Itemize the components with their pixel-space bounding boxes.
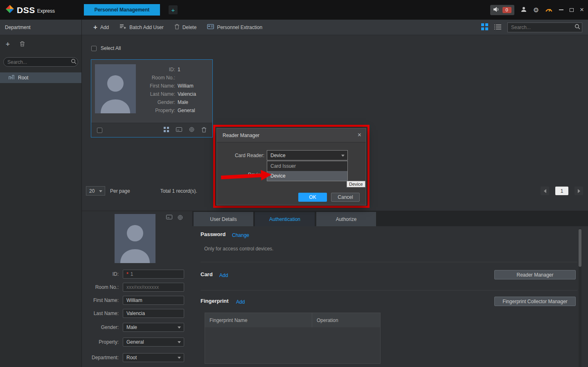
card-grid-icon[interactable]: [164, 127, 169, 133]
prev-page-button[interactable]: [541, 187, 549, 195]
property-label: Property:: [82, 339, 119, 345]
cancel-button[interactable]: Cancel: [331, 193, 360, 202]
tab-user-details[interactable]: User Details: [194, 212, 253, 226]
first-name-label: First Name:: [82, 297, 119, 303]
window-minimize-icon[interactable]: [559, 9, 563, 10]
user-account-icon[interactable]: [520, 6, 527, 14]
batch-add-user-button[interactable]: Batch Add User: [119, 24, 163, 31]
personnel-extraction-button[interactable]: Personnel Extraction: [207, 24, 262, 31]
next-arrow-icon: [578, 189, 580, 193]
password-note: Only for access control devices.: [204, 246, 273, 252]
room-no-field[interactable]: [123, 283, 184, 292]
next-page-button[interactable]: [574, 187, 583, 195]
per-page-label: Per page: [110, 188, 130, 194]
tab-authentication[interactable]: Authentication: [255, 212, 315, 226]
select-all-checkbox[interactable]: [91, 46, 97, 51]
password-section-title: Password: [201, 231, 225, 237]
fingerprint-icon[interactable]: [178, 215, 183, 221]
ok-button[interactable]: OK: [298, 193, 327, 202]
current-page-box[interactable]: 1: [555, 187, 568, 195]
search-icon[interactable]: [574, 24, 580, 31]
issue-card-icon[interactable]: [166, 215, 172, 221]
department-value: Root: [126, 355, 137, 360]
gender-select[interactable]: Male: [123, 323, 184, 332]
field-label: Last Name:: [138, 91, 175, 97]
person-card[interactable]: ID:1 Room No.: First Name:William Last N…: [91, 59, 213, 137]
plus-icon: +: [93, 23, 97, 32]
tab-authorize[interactable]: Authorize: [316, 212, 376, 226]
issue-card-icon[interactable]: [176, 127, 182, 133]
dialog-close-icon[interactable]: ×: [358, 131, 361, 139]
list-view-icon[interactable]: [494, 24, 501, 31]
password-change-link[interactable]: Change: [232, 232, 249, 238]
delete-person-icon[interactable]: [201, 127, 207, 134]
fingerprint-collector-manager-button[interactable]: Fingerprint Collector Manager: [494, 297, 576, 306]
personnel-search-input[interactable]: [511, 25, 574, 30]
fingerprint-add-link[interactable]: Add: [236, 299, 245, 305]
dialog-title: Reader Manager: [217, 128, 366, 142]
option-device[interactable]: Device: [267, 171, 347, 181]
property-select[interactable]: General: [123, 338, 184, 347]
speaker-icon: [493, 7, 500, 14]
fingerprint-icon[interactable]: [189, 127, 194, 133]
person-card-checkbox[interactable]: [97, 128, 102, 133]
field-label: Property:: [138, 108, 175, 113]
department-search-box[interactable]: [3, 57, 78, 67]
field-label: Gender:: [138, 99, 175, 105]
sidebar-item-label: Root: [18, 75, 28, 81]
dss-diamond-icon: [5, 4, 15, 15]
card-add-link[interactable]: Add: [219, 272, 228, 278]
id-field[interactable]: *1: [123, 270, 184, 279]
room-no-label: Room No.:: [82, 284, 119, 290]
personnel-extraction-label: Personnel Extraction: [217, 25, 262, 30]
add-button[interactable]: + Add: [93, 23, 109, 32]
add-tab-button[interactable]: +: [169, 5, 178, 14]
page-size-value: 20: [89, 188, 95, 194]
required-asterisk: *: [126, 271, 128, 277]
scrollbar-thumb[interactable]: [579, 229, 581, 267]
page-size-select[interactable]: 20: [86, 186, 105, 196]
gender-label: Gender:: [82, 324, 119, 330]
vertical-scrollbar[interactable]: [579, 228, 581, 367]
window-close-icon[interactable]: ×: [580, 7, 584, 13]
delete-button[interactable]: Delete: [174, 24, 197, 31]
field-label: ID:: [138, 67, 175, 72]
settings-gear-icon[interactable]: ⚙: [533, 6, 539, 14]
chevron-down-icon: [341, 155, 345, 157]
tab-personnel-management[interactable]: Personnel Management: [84, 4, 160, 16]
last-name-label: Last Name:: [82, 311, 119, 316]
option-card-issuer[interactable]: Card Issuer: [267, 161, 347, 171]
card-reader-select[interactable]: Device: [267, 150, 348, 160]
first-name-field[interactable]: [123, 296, 184, 305]
window-maximize-icon[interactable]: [570, 8, 574, 12]
personnel-search-box[interactable]: [507, 23, 582, 32]
department-select[interactable]: Root: [123, 353, 184, 362]
alarm-sound-button[interactable]: 0: [490, 5, 514, 15]
person-card-fields: ID:1 Room No.: First Name:William Last N…: [138, 65, 210, 115]
person-photo-placeholder: [95, 64, 136, 113]
department-icon: [9, 75, 14, 81]
reader-manager-button[interactable]: Reader Manager: [494, 270, 576, 279]
fp-table-header-name: Fingerprint Name: [205, 313, 312, 327]
chevron-down-icon: [99, 190, 102, 192]
delete-department-icon[interactable]: [20, 41, 25, 48]
search-icon[interactable]: [71, 59, 77, 65]
title-bar: DSS Express Personnel Management + 0 ⚙ ×: [0, 0, 588, 20]
prev-arrow-icon: [544, 189, 546, 193]
add-department-icon[interactable]: +: [6, 40, 10, 48]
pagination-right: 1: [541, 187, 583, 195]
pagination-left: 20 Per page Total 1 record(s).: [86, 186, 197, 196]
department-sidebar: Department + Root: [0, 20, 82, 367]
department-search-input[interactable]: [7, 59, 71, 65]
delete-trash-icon: [174, 24, 180, 31]
performance-gauge-icon[interactable]: [545, 6, 553, 14]
card-section-title: Card: [201, 271, 213, 277]
chevron-down-icon: [178, 326, 181, 329]
sidebar-item-root[interactable]: Root: [0, 72, 81, 83]
grid-view-icon[interactable]: [481, 23, 488, 32]
field-label: First Name:: [138, 83, 175, 89]
detail-photo-placeholder: [115, 214, 155, 263]
detail-tabs: User Details Authentication Authorize: [192, 211, 588, 226]
personnel-toolbar: + Add Batch Add User Delete Personnel Ex…: [82, 20, 588, 35]
last-name-field[interactable]: [123, 309, 184, 318]
